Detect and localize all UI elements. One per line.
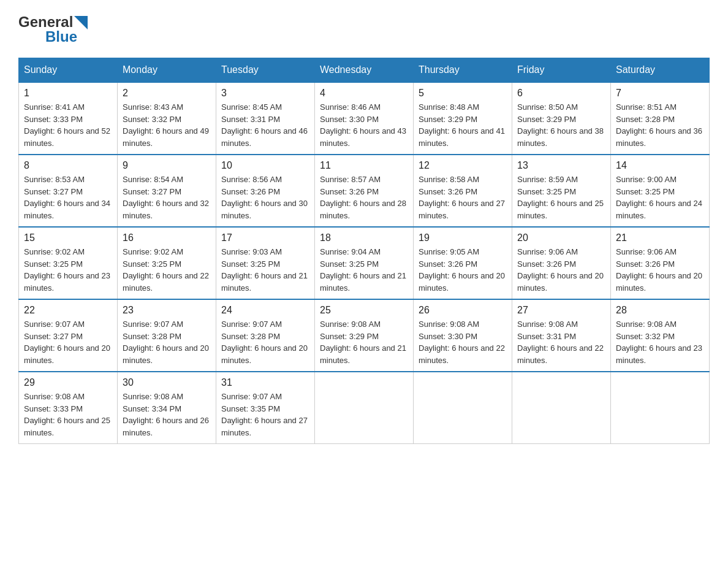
day-number: 22 xyxy=(24,305,112,316)
day-number: 23 xyxy=(123,305,211,316)
calendar-cell: 30 Sunrise: 9:08 AM Sunset: 3:34 PM Dayl… xyxy=(118,372,216,444)
calendar-cell: 24 Sunrise: 9:07 AM Sunset: 3:28 PM Dayl… xyxy=(216,299,315,372)
day-info: Sunrise: 9:03 AM Sunset: 3:25 PM Dayligh… xyxy=(221,246,309,294)
calendar-cell: 10 Sunrise: 8:56 AM Sunset: 3:26 PM Dayl… xyxy=(216,155,315,227)
svg-marker-0 xyxy=(74,16,88,29)
calendar-cell: 19 Sunrise: 9:05 AM Sunset: 3:26 PM Dayl… xyxy=(414,227,512,299)
calendar-cell: 4 Sunrise: 8:46 AM Sunset: 3:30 PM Dayli… xyxy=(315,82,414,155)
calendar-body: 1 Sunrise: 8:41 AM Sunset: 3:33 PM Dayli… xyxy=(19,82,710,444)
calendar-cell: 29 Sunrise: 9:08 AM Sunset: 3:33 PM Dayl… xyxy=(19,372,118,444)
calendar-cell: 13 Sunrise: 8:59 AM Sunset: 3:25 PM Dayl… xyxy=(512,155,611,227)
calendar-cell: 5 Sunrise: 8:48 AM Sunset: 3:29 PM Dayli… xyxy=(414,82,512,155)
calendar-cell xyxy=(611,372,710,444)
day-number: 25 xyxy=(320,305,408,316)
day-number: 8 xyxy=(24,160,112,171)
header-friday: Friday xyxy=(512,58,611,83)
calendar-cell: 28 Sunrise: 9:08 AM Sunset: 3:32 PM Dayl… xyxy=(611,299,710,372)
day-info: Sunrise: 8:54 AM Sunset: 3:27 PM Dayligh… xyxy=(123,174,211,221)
day-info: Sunrise: 8:45 AM Sunset: 3:31 PM Dayligh… xyxy=(221,101,309,149)
day-info: Sunrise: 8:41 AM Sunset: 3:33 PM Dayligh… xyxy=(24,101,112,149)
day-number: 21 xyxy=(616,232,704,243)
day-info: Sunrise: 9:08 AM Sunset: 3:32 PM Dayligh… xyxy=(616,318,704,366)
calendar-cell: 1 Sunrise: 8:41 AM Sunset: 3:33 PM Dayli… xyxy=(19,82,118,155)
week-row-3: 15 Sunrise: 9:02 AM Sunset: 3:25 PM Dayl… xyxy=(19,227,710,299)
day-number: 13 xyxy=(517,160,605,171)
day-number: 5 xyxy=(419,88,507,99)
day-info: Sunrise: 8:51 AM Sunset: 3:28 PM Dayligh… xyxy=(616,101,704,149)
calendar-cell: 21 Sunrise: 9:06 AM Sunset: 3:26 PM Dayl… xyxy=(611,227,710,299)
day-number: 3 xyxy=(221,88,309,99)
logo-blue-text: Blue xyxy=(45,28,88,45)
day-number: 12 xyxy=(419,160,507,171)
day-number: 11 xyxy=(320,160,408,171)
day-info: Sunrise: 8:53 AM Sunset: 3:27 PM Dayligh… xyxy=(24,174,112,221)
day-info: Sunrise: 8:48 AM Sunset: 3:29 PM Dayligh… xyxy=(419,101,507,149)
day-number: 16 xyxy=(123,232,211,243)
calendar-cell: 31 Sunrise: 9:07 AM Sunset: 3:35 PM Dayl… xyxy=(216,372,315,444)
calendar-cell: 15 Sunrise: 9:02 AM Sunset: 3:25 PM Dayl… xyxy=(19,227,118,299)
day-number: 9 xyxy=(123,160,211,171)
day-number: 14 xyxy=(616,160,704,171)
day-info: Sunrise: 9:02 AM Sunset: 3:25 PM Dayligh… xyxy=(123,246,211,294)
day-number: 2 xyxy=(123,88,211,99)
day-info: Sunrise: 8:56 AM Sunset: 3:26 PM Dayligh… xyxy=(221,174,309,221)
calendar-cell: 17 Sunrise: 9:03 AM Sunset: 3:25 PM Dayl… xyxy=(216,227,315,299)
day-number: 26 xyxy=(419,305,507,316)
day-info: Sunrise: 8:46 AM Sunset: 3:30 PM Dayligh… xyxy=(320,101,408,149)
day-number: 1 xyxy=(24,88,112,99)
day-info: Sunrise: 9:08 AM Sunset: 3:34 PM Dayligh… xyxy=(123,391,211,439)
calendar-cell: 3 Sunrise: 8:45 AM Sunset: 3:31 PM Dayli… xyxy=(216,82,315,155)
day-info: Sunrise: 8:58 AM Sunset: 3:26 PM Dayligh… xyxy=(419,174,507,221)
day-info: Sunrise: 9:08 AM Sunset: 3:31 PM Dayligh… xyxy=(517,318,605,366)
calendar-cell xyxy=(512,372,611,444)
day-number: 10 xyxy=(221,160,309,171)
week-row-5: 29 Sunrise: 9:08 AM Sunset: 3:33 PM Dayl… xyxy=(19,372,710,444)
header-saturday: Saturday xyxy=(611,58,710,83)
day-info: Sunrise: 9:07 AM Sunset: 3:35 PM Dayligh… xyxy=(221,391,309,439)
day-info: Sunrise: 9:08 AM Sunset: 3:30 PM Dayligh… xyxy=(419,318,507,366)
calendar-cell: 20 Sunrise: 9:06 AM Sunset: 3:26 PM Dayl… xyxy=(512,227,611,299)
calendar-cell: 26 Sunrise: 9:08 AM Sunset: 3:30 PM Dayl… xyxy=(414,299,512,372)
day-info: Sunrise: 8:59 AM Sunset: 3:25 PM Dayligh… xyxy=(517,174,605,221)
day-number: 7 xyxy=(616,88,704,99)
day-info: Sunrise: 9:04 AM Sunset: 3:25 PM Dayligh… xyxy=(320,246,408,294)
header-wednesday: Wednesday xyxy=(315,58,414,83)
calendar-cell: 22 Sunrise: 9:07 AM Sunset: 3:27 PM Dayl… xyxy=(19,299,118,372)
header-sunday: Sunday xyxy=(19,58,118,83)
day-number: 24 xyxy=(221,305,309,316)
calendar-cell: 23 Sunrise: 9:07 AM Sunset: 3:28 PM Dayl… xyxy=(118,299,216,372)
calendar-cell: 27 Sunrise: 9:08 AM Sunset: 3:31 PM Dayl… xyxy=(512,299,611,372)
calendar-cell: 12 Sunrise: 8:58 AM Sunset: 3:26 PM Dayl… xyxy=(414,155,512,227)
day-number: 29 xyxy=(24,377,112,388)
day-info: Sunrise: 9:06 AM Sunset: 3:26 PM Dayligh… xyxy=(616,246,704,294)
logo: General Blue xyxy=(18,12,88,45)
calendar-cell: 2 Sunrise: 8:43 AM Sunset: 3:32 PM Dayli… xyxy=(118,82,216,155)
day-number: 27 xyxy=(517,305,605,316)
logo-arrow-icon xyxy=(74,16,88,29)
day-number: 17 xyxy=(221,232,309,243)
week-row-1: 1 Sunrise: 8:41 AM Sunset: 3:33 PM Dayli… xyxy=(19,82,710,155)
calendar-cell xyxy=(414,372,512,444)
day-number: 20 xyxy=(517,232,605,243)
calendar-header: SundayMondayTuesdayWednesdayThursdayFrid… xyxy=(19,58,710,83)
day-info: Sunrise: 8:50 AM Sunset: 3:29 PM Dayligh… xyxy=(517,101,605,149)
calendar-cell: 9 Sunrise: 8:54 AM Sunset: 3:27 PM Dayli… xyxy=(118,155,216,227)
day-number: 15 xyxy=(24,232,112,243)
day-info: Sunrise: 9:07 AM Sunset: 3:28 PM Dayligh… xyxy=(221,318,309,366)
day-info: Sunrise: 9:06 AM Sunset: 3:26 PM Dayligh… xyxy=(517,246,605,294)
calendar-table: SundayMondayTuesdayWednesdayThursdayFrid… xyxy=(18,58,710,444)
day-number: 31 xyxy=(221,377,309,388)
day-info: Sunrise: 9:02 AM Sunset: 3:25 PM Dayligh… xyxy=(24,246,112,294)
calendar-cell: 18 Sunrise: 9:04 AM Sunset: 3:25 PM Dayl… xyxy=(315,227,414,299)
calendar-cell: 14 Sunrise: 9:00 AM Sunset: 3:25 PM Dayl… xyxy=(611,155,710,227)
week-row-4: 22 Sunrise: 9:07 AM Sunset: 3:27 PM Dayl… xyxy=(19,299,710,372)
week-row-2: 8 Sunrise: 8:53 AM Sunset: 3:27 PM Dayli… xyxy=(19,155,710,227)
calendar-cell: 25 Sunrise: 9:08 AM Sunset: 3:29 PM Dayl… xyxy=(315,299,414,372)
day-info: Sunrise: 8:43 AM Sunset: 3:32 PM Dayligh… xyxy=(123,101,211,149)
calendar-cell: 16 Sunrise: 9:02 AM Sunset: 3:25 PM Dayl… xyxy=(118,227,216,299)
calendar-cell: 11 Sunrise: 8:57 AM Sunset: 3:26 PM Dayl… xyxy=(315,155,414,227)
header-thursday: Thursday xyxy=(414,58,512,83)
day-number: 6 xyxy=(517,88,605,99)
header-monday: Monday xyxy=(118,58,216,83)
day-info: Sunrise: 9:07 AM Sunset: 3:27 PM Dayligh… xyxy=(24,318,112,366)
